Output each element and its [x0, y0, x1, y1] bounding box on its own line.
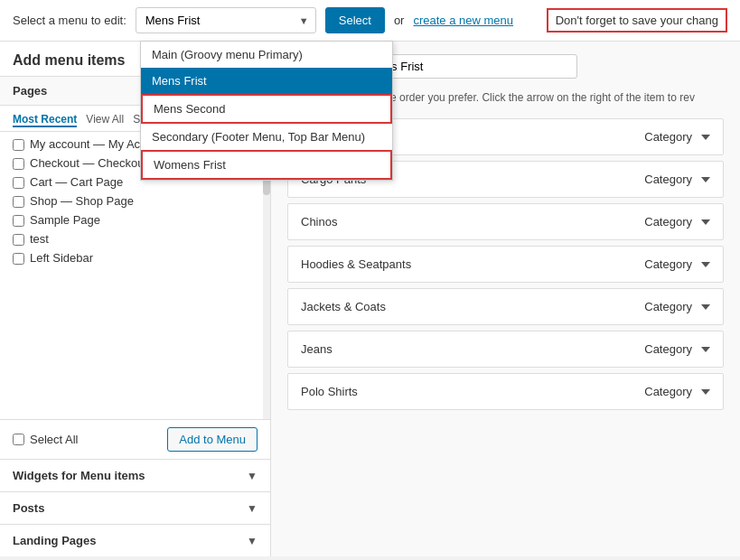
menu-item-type: Category: [644, 385, 692, 398]
or-text: or: [394, 14, 405, 27]
dropdown-item-secondary[interactable]: Secondary (Footer Menu, Top Bar Menu): [141, 124, 392, 150]
landing-section[interactable]: Landing Pages ▼: [0, 524, 270, 556]
menu-item-polo-shirts[interactable]: Polo Shirts Category: [287, 373, 724, 410]
menu-item-expand-arrow[interactable]: [701, 262, 710, 267]
dropdown-item-womens-frist[interactable]: Womens Frist: [141, 150, 392, 180]
list-item: Left Sidebar: [13, 251, 250, 265]
page-label: Shop — Shop Page: [30, 194, 134, 208]
select-all-label[interactable]: Select All: [13, 433, 78, 446]
landing-arrow: ▼: [247, 535, 258, 547]
widgets-section[interactable]: Widgets for Menu items ▼: [0, 459, 270, 491]
menu-item-expand-arrow[interactable]: [701, 177, 710, 182]
menu-item-right: Category: [644, 300, 710, 313]
list-item: Sample Page: [13, 213, 250, 227]
page-checkbox-checkout[interactable]: [13, 158, 24, 170]
page-checkbox-cart[interactable]: [13, 177, 24, 189]
menu-item-expand-arrow[interactable]: [701, 304, 710, 310]
select-all-text: Select All: [30, 433, 78, 446]
page-label: Left Sidebar: [30, 251, 93, 265]
menu-item-chinos[interactable]: Chinos Category: [287, 203, 724, 240]
dropdown-item-main[interactable]: Main (Groovy menu Primary): [141, 42, 392, 68]
page-checkbox-left-sidebar[interactable]: [13, 253, 24, 265]
menu-item-name: Chinos: [301, 215, 337, 229]
list-item: test: [13, 232, 250, 246]
dropdown-item-mens-frist[interactable]: Mens Frist: [141, 68, 392, 94]
page-checkbox-sample[interactable]: [13, 215, 24, 227]
page-label: Sample Page: [30, 213, 100, 227]
menu-item-right: Category: [644, 173, 710, 186]
menu-item-expand-arrow[interactable]: [701, 347, 710, 352]
posts-section[interactable]: Posts ▼: [0, 491, 270, 524]
menu-item-hoodies[interactable]: Hoodies & Seatpants Category: [287, 246, 724, 283]
menu-item-type: Category: [644, 215, 692, 229]
select-all-row: Select All Add to Menu: [0, 419, 270, 459]
page-label: Cart — Cart Page: [30, 175, 123, 189]
menu-item-name: Hoodies & Seatpants: [301, 257, 411, 271]
menu-select[interactable]: Mens Frist: [136, 7, 316, 33]
menu-item-name: Polo Shirts: [301, 385, 358, 398]
menu-item-type: Category: [644, 257, 692, 271]
dont-forget-notice: Don't forget to save your chang: [547, 8, 727, 33]
menu-item-expand-arrow[interactable]: [701, 389, 710, 395]
create-new-menu-link[interactable]: create a new menu: [413, 14, 513, 27]
posts-arrow: ▼: [247, 502, 258, 515]
menu-item-right: Category: [644, 257, 710, 271]
widgets-label: Widgets for Menu items: [13, 469, 145, 482]
menu-item-jeans[interactable]: Jeans Category: [287, 331, 724, 368]
menu-item-type: Category: [644, 300, 692, 313]
page-checkbox-test[interactable]: [13, 234, 24, 246]
menu-item-right: Category: [644, 342, 710, 356]
widgets-arrow: ▼: [247, 470, 258, 482]
menu-item-type: Category: [644, 173, 692, 186]
list-item: Shop — Shop Page: [13, 194, 250, 208]
menu-item-name: Jeans: [301, 342, 333, 356]
menu-item-name: Jackets & Coats: [301, 300, 386, 313]
menu-item-right: Category: [644, 385, 710, 398]
dropdown-item-mens-second[interactable]: Mens Second: [141, 94, 392, 124]
posts-label: Posts: [13, 501, 44, 515]
top-bar: Select a menu to edit: Mens Frist ▼ Sele…: [0, 0, 740, 42]
pages-label: Pages: [13, 84, 47, 98]
menu-item-expand-arrow[interactable]: [701, 135, 710, 140]
menu-item-jackets[interactable]: Jackets & Coats Category: [287, 288, 724, 325]
menu-item-type: Category: [644, 130, 692, 144]
select-button[interactable]: Select: [325, 7, 385, 33]
tab-view-all[interactable]: View All: [86, 113, 124, 127]
page-checkbox-shop[interactable]: [13, 196, 24, 208]
select-all-checkbox[interactable]: [13, 434, 24, 445]
tab-most-recent[interactable]: Most Recent: [13, 113, 77, 127]
page-checkbox-my-account[interactable]: [13, 139, 24, 151]
menu-item-right: Category: [644, 130, 710, 144]
page-label: test: [30, 232, 49, 246]
add-to-menu-button[interactable]: Add to Menu: [167, 427, 258, 452]
select-menu-label: Select a menu to edit:: [13, 14, 126, 27]
menu-dropdown: Main (Groovy menu Primary) Mens Frist Me…: [140, 41, 393, 181]
menu-select-wrapper[interactable]: Mens Frist ▼: [136, 7, 316, 33]
menu-item-right: Category: [644, 215, 710, 229]
menu-item-type: Category: [644, 342, 692, 356]
landing-label: Landing Pages: [13, 534, 96, 547]
menu-item-expand-arrow[interactable]: [701, 219, 710, 225]
